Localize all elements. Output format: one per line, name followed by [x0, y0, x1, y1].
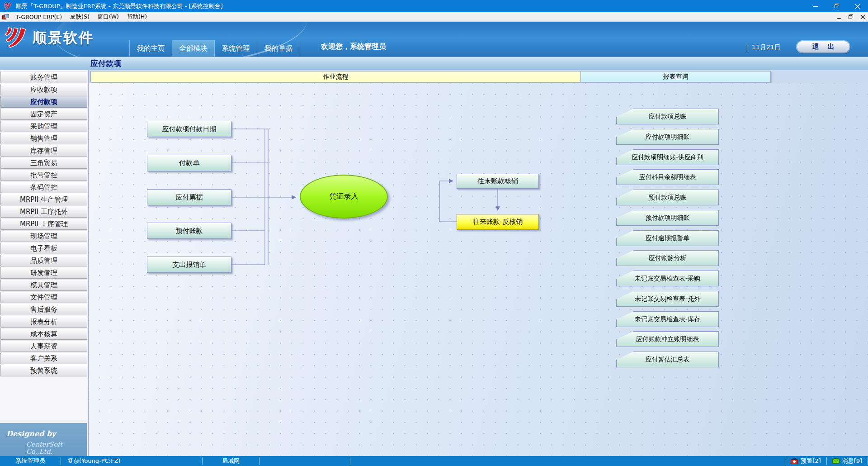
status-divider — [350, 457, 350, 465]
header-date: 11月21日 — [747, 43, 781, 52]
connector-unverify-loop — [439, 181, 457, 222]
report-button-unposted-check-purchase[interactable]: 未记账交易检查表-采购 — [616, 271, 719, 286]
main-panel: 作业流程 报表查询 — [89, 70, 868, 456]
sidebar-item-triangle-trade[interactable]: 三角贸易 — [0, 157, 87, 169]
status-bar: 系统管理员 复杂(Young-PC:FZ) 局域网 预警[2] 消息[9] — [0, 456, 868, 466]
report-button-subject-balance-detail[interactable]: 应付科目余额明细表 — [616, 169, 719, 185]
flow-box-prepayment[interactable]: 预付账款 — [147, 223, 231, 239]
exit-button[interactable]: 退 出 — [797, 41, 849, 52]
app-logo-icon — [4, 2, 13, 11]
status-divider — [826, 457, 827, 465]
close-icon — [855, 4, 860, 9]
sidebar-item-receivables[interactable]: 应收款项 — [0, 84, 87, 95]
report-button-unposted-check-inventory[interactable]: 未记账交易检查表-库存 — [616, 311, 719, 327]
menu-item-tgroup-erp[interactable]: T-GROUP ERP(E) — [12, 12, 66, 22]
sidebar-item-costing[interactable]: 成本核算 — [0, 328, 87, 340]
nav-tab-my-documents[interactable]: 我的单据 — [257, 40, 300, 57]
sidebar-item-mrp2-process[interactable]: MRPII 工序管理 — [0, 218, 87, 230]
report-button-payables-by-supplier[interactable]: 应付款项明细账-供应商别 — [616, 149, 719, 165]
status-messages[interactable]: 消息[9] — [842, 457, 862, 465]
close-button[interactable] — [847, 0, 868, 12]
sidebar-item-sales[interactable]: 销售管理 — [0, 133, 87, 144]
brand-logo-text: 顺景软件 — [33, 29, 94, 48]
mdi-restore-button[interactable] — [848, 14, 854, 20]
sidebar-item-lot-control[interactable]: 批号管控 — [0, 169, 87, 181]
flow-box-payment-date[interactable]: 应付款项付款日期 — [147, 121, 231, 137]
sidebar-item-account-mgmt[interactable]: 账务管理 — [0, 71, 87, 83]
date-divider — [747, 44, 747, 51]
sidebar-item-mrp2-production[interactable]: MRPII 生产管理 — [0, 194, 87, 205]
report-button-overdue-alert[interactable]: 应付逾期报警单 — [616, 230, 719, 246]
flow-box-payable-notes[interactable]: 应付票据 — [147, 189, 231, 205]
section-headers: 作业流程 报表查询 — [89, 70, 868, 82]
nav-tab-all-modules[interactable]: 全部模块 — [172, 40, 215, 57]
report-button-payables-ledger[interactable]: 应付款项总账 — [616, 109, 719, 124]
page-title-bar: 应付款项 — [0, 57, 868, 70]
nav-tab-system-admin[interactable]: 系统管理 — [215, 40, 257, 57]
envelope-icon — [832, 458, 840, 464]
report-button-unposted-check-outsource[interactable]: 未记账交易检查表-托外 — [616, 291, 719, 307]
date-text: 11月21日 — [752, 43, 781, 52]
flow-box-expense-claim[interactable]: 支出报销单 — [147, 257, 231, 273]
section-header-workflow[interactable]: 作业流程 — [90, 71, 581, 82]
report-button-estimate-summary[interactable]: 应付暂估汇总表 — [616, 352, 719, 367]
restore-button[interactable] — [826, 0, 847, 12]
flow-box-account-unverify[interactable]: 往来账款-反核销 — [457, 214, 539, 230]
report-button-prepaid-detail[interactable]: 预付款项明细账 — [616, 210, 719, 226]
mdi-close-button[interactable] — [860, 14, 865, 19]
status-machine: 复杂(Young-PC:FZ) — [61, 456, 202, 466]
first-aid-kit-icon — [791, 458, 798, 464]
sidebar-item-after-sales[interactable]: 售后服务 — [0, 304, 87, 315]
menu-item-skin[interactable]: 皮肤(S) — [66, 12, 94, 22]
sidebar-item-e-kanban[interactable]: 电子看板 — [0, 243, 87, 254]
flow-box-payment-slip[interactable]: 付款单 — [147, 155, 231, 171]
mdi-close-icon — [860, 14, 865, 19]
sidebar-item-purchasing[interactable]: 采购管理 — [0, 120, 87, 132]
page-title: 应付款项 — [90, 58, 121, 69]
window-title: 顺景『T-GROUP』制造业ERP系统 - 东莞顺景软件科技有限公司 - [系统… — [16, 2, 806, 10]
sidebar-item-report-analysis[interactable]: 报表分析 — [0, 316, 87, 328]
status-network: 局域网 — [203, 456, 259, 466]
sidebar-item-file-mgmt[interactable]: 文件管理 — [0, 291, 87, 303]
header-banner: 顺景软件 我的主页 全部模块 系统管理 我的单据 欢迎您，系统管理员 11月21… — [0, 22, 868, 57]
section-header-reports[interactable]: 报表查询 — [581, 71, 771, 82]
sidebar-item-fixed-assets[interactable]: 固定资产 — [0, 108, 87, 120]
main-nav-tabs: 我的主页 全部模块 系统管理 我的单据 — [129, 40, 300, 57]
restore-icon — [834, 3, 840, 9]
report-button-offset-detail[interactable]: 应付账款冲立账明细表 — [616, 331, 719, 347]
report-button-aging-analysis[interactable]: 应付账龄分析 — [616, 250, 719, 266]
sidebar-item-shopfloor[interactable]: 现场管理 — [0, 230, 87, 242]
sidebar-item-inventory[interactable]: 库存管理 — [0, 145, 87, 157]
mdi-child-icon — [2, 14, 9, 20]
status-alerts[interactable]: 预警[2] — [801, 457, 821, 465]
module-sidebar: 账务管理 应收款项 应付款项 固定资产 采购管理 销售管理 库存管理 三角贸易 … — [0, 70, 89, 456]
mdi-minimize-button[interactable] — [837, 14, 842, 19]
brand-logo-icon — [5, 24, 30, 52]
sidebar-item-quality[interactable]: 品质管理 — [0, 255, 87, 266]
sidebar-item-mrp2-outsourcing[interactable]: MRPII 工序托外 — [0, 206, 87, 218]
sidebar-item-payables[interactable]: 应付款项 — [0, 96, 87, 108]
menu-bar: T-GROUP ERP(E) 皮肤(S) 窗口(W) 帮助(H) — [0, 12, 868, 22]
sidebar-item-barcode-control[interactable]: 条码管控 — [0, 181, 87, 193]
flow-box-account-verify[interactable]: 往来账款核销 — [457, 174, 539, 189]
menu-item-window[interactable]: 窗口(W) — [94, 12, 123, 22]
flow-ellipse-voucher-entry[interactable]: 凭证录入 — [300, 175, 388, 219]
mdi-restore-icon — [848, 14, 854, 20]
mdi-minimize-icon — [837, 14, 842, 19]
brand-logo: 顺景软件 — [5, 24, 94, 52]
sidebar-item-alert-system[interactable]: 预警系统 — [0, 365, 87, 376]
nav-tab-my-home[interactable]: 我的主页 — [130, 40, 172, 57]
minimize-button[interactable] — [806, 0, 826, 12]
report-button-prepaid-ledger[interactable]: 预付款项总账 — [616, 190, 719, 205]
sidebar-item-mold-mgmt[interactable]: 模具管理 — [0, 279, 87, 291]
menu-item-help[interactable]: 帮助(H) — [123, 12, 151, 22]
designed-by-block: Designed by CenterSoft Co.,Ltd. — [0, 423, 87, 456]
status-user: 系统管理员 — [0, 456, 61, 466]
workflow-canvas: 应付款项付款日期 付款单 应付票据 预付账款 支出报销单 凭证录入 往来账款核销… — [89, 83, 868, 456]
sidebar-item-hr-payroll[interactable]: 人事薪资 — [0, 340, 87, 352]
os-titlebar: 顺景『T-GROUP』制造业ERP系统 - 东莞顺景软件科技有限公司 - [系统… — [0, 0, 868, 12]
sidebar-item-crm[interactable]: 客户关系 — [0, 352, 87, 364]
report-button-payables-detail[interactable]: 应付款项明细账 — [616, 129, 719, 145]
sidebar-item-rnd[interactable]: 研发管理 — [0, 267, 87, 279]
minimize-icon — [813, 4, 819, 9]
